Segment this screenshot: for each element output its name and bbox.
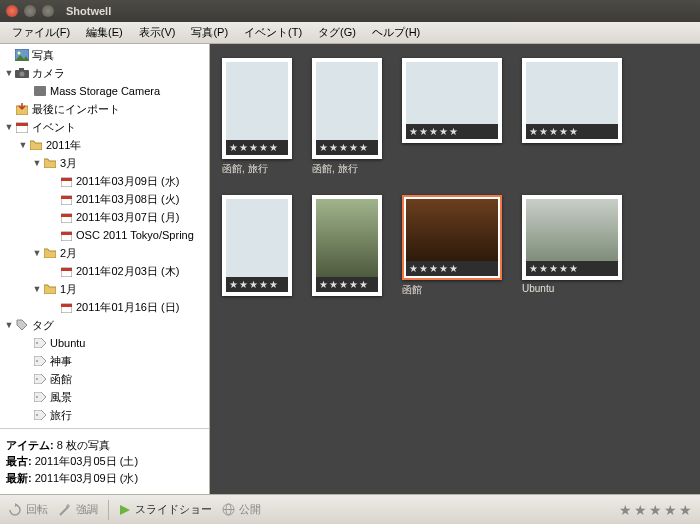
svg-rect-5 (34, 86, 46, 96)
svg-rect-20 (61, 304, 72, 307)
sidebar-item-cameras[interactable]: ▼カメラ (0, 64, 209, 82)
info-newest-value: 2011年03月09日 (水) (35, 472, 138, 484)
sidebar: 写真 ▼カメラ Mass Storage Camera 最後にインポート ▼イベ… (0, 44, 210, 494)
folder-icon (42, 284, 58, 294)
tag-icon (32, 356, 48, 366)
sidebar-item-camera-device[interactable]: Mass Storage Camera (0, 82, 209, 100)
star-icon[interactable]: ★ (634, 502, 647, 518)
menu-help[interactable]: ヘルプ(H) (366, 23, 426, 42)
sidebar-item-tag-travel[interactable]: 旅行 (0, 406, 209, 424)
calendar-icon (58, 230, 74, 241)
storage-icon (32, 86, 48, 96)
sidebar-item-tag-ubuntu[interactable]: Ubuntu (0, 334, 209, 352)
photos-icon (14, 49, 30, 61)
window-title: Shotwell (66, 5, 111, 17)
thumbnail[interactable]: ★★★★★函館, 旅行 (222, 58, 292, 175)
thumbnail[interactable]: ★★★★★ (522, 58, 622, 175)
info-newest-label: 最新: (6, 472, 32, 484)
svg-point-4 (20, 72, 25, 77)
thumbnail-caption (402, 146, 502, 159)
sidebar-item-photos[interactable]: 写真 (0, 46, 209, 64)
info-oldest-value: 2011年03月05日 (土) (35, 455, 138, 467)
menu-event[interactable]: イベント(T) (238, 23, 308, 42)
folder-icon (42, 158, 58, 168)
window-maximize-button[interactable] (42, 5, 54, 17)
window-close-button[interactable] (6, 5, 18, 17)
svg-point-24 (36, 396, 38, 398)
sidebar-item-month-1[interactable]: ▼1月 (0, 280, 209, 298)
svg-point-21 (36, 342, 38, 344)
sidebar-item-last-import[interactable]: 最後にインポート (0, 100, 209, 118)
thumbnail[interactable]: ★★★★★ (312, 195, 382, 312)
sidebar-item-tag-scenery[interactable]: 風景 (0, 388, 209, 406)
calendar-icon (58, 212, 74, 223)
sidebar-item-date-0309[interactable]: 2011年03月09日 (水) (0, 172, 209, 190)
rotate-button[interactable]: 回転 (8, 502, 48, 517)
sidebar-item-date-0203[interactable]: 2011年02月03日 (木) (0, 262, 209, 280)
rating-filter[interactable]: ★★★★★ (619, 502, 692, 518)
info-items-value: 8 枚の写真 (57, 439, 110, 451)
enhance-button[interactable]: 強調 (58, 502, 98, 517)
window-minimize-button[interactable] (24, 5, 36, 17)
menubar: ファイル(F) 編集(E) 表示(V) 写真(P) イベント(T) タグ(G) … (0, 22, 700, 44)
thumbnail-caption: Ubuntu (522, 283, 622, 296)
import-icon (14, 103, 30, 115)
sidebar-item-tag-hakodate[interactable]: 函館 (0, 370, 209, 388)
info-panel: アイテム: 8 枚の写真 最古: 2011年03月05日 (土) 最新: 201… (0, 428, 209, 495)
thumbnail-caption: 函館, 旅行 (312, 162, 382, 175)
sidebar-item-month-3[interactable]: ▼3月 (0, 154, 209, 172)
sidebar-item-tags[interactable]: ▼タグ (0, 316, 209, 334)
svg-point-23 (36, 378, 38, 380)
menu-view[interactable]: 表示(V) (133, 23, 182, 42)
svg-rect-16 (61, 232, 72, 235)
thumbnail[interactable]: ★★★★★ (222, 195, 292, 312)
sidebar-item-event-osc[interactable]: OSC 2011 Tokyo/Spring (0, 226, 209, 244)
sidebar-item-date-0116[interactable]: 2011年01月16日 (日) (0, 298, 209, 316)
calendar-icon (58, 266, 74, 277)
folder-icon (28, 140, 44, 150)
star-icon[interactable]: ★ (649, 502, 662, 518)
star-icon[interactable]: ★ (679, 502, 692, 518)
svg-rect-3 (19, 68, 24, 71)
sidebar-item-date-0307[interactable]: 2011年03月07日 (月) (0, 208, 209, 226)
sidebar-item-date-0308[interactable]: 2011年03月08日 (火) (0, 190, 209, 208)
svg-point-22 (36, 360, 38, 362)
svg-rect-12 (61, 196, 72, 199)
camera-icon (14, 68, 30, 78)
thumbnail-caption (222, 299, 292, 312)
globe-icon (222, 503, 235, 516)
bottom-toolbar: 回転 強調 スライドショー 公開 ★★★★★ (0, 494, 700, 524)
calendar-icon (58, 176, 74, 187)
calendar-icon (58, 194, 74, 205)
titlebar: Shotwell (0, 0, 700, 22)
svg-point-25 (36, 414, 38, 416)
thumbnail-caption (522, 146, 622, 159)
svg-rect-8 (16, 123, 28, 126)
menu-file[interactable]: ファイル(F) (6, 23, 76, 42)
sidebar-item-month-2[interactable]: ▼2月 (0, 244, 209, 262)
slideshow-button[interactable]: スライドショー (119, 502, 212, 517)
thumbnail[interactable]: ★★★★★函館, 旅行 (312, 58, 382, 175)
publish-button[interactable]: 公開 (222, 502, 261, 517)
thumbnail[interactable]: ★★★★★函館 (402, 195, 502, 312)
thumbnail[interactable]: ★★★★★ (402, 58, 502, 175)
svg-point-1 (18, 52, 21, 55)
menu-tag[interactable]: タグ(G) (312, 23, 362, 42)
sidebar-tree: 写真 ▼カメラ Mass Storage Camera 最後にインポート ▼イベ… (0, 44, 209, 428)
star-icon[interactable]: ★ (619, 502, 632, 518)
sidebar-item-tag-shinji[interactable]: 神事 (0, 352, 209, 370)
menu-edit[interactable]: 編集(E) (80, 23, 129, 42)
wand-icon (58, 503, 72, 517)
tag-icon (32, 392, 48, 402)
sidebar-item-events[interactable]: ▼イベント (0, 118, 209, 136)
menu-photo[interactable]: 写真(P) (185, 23, 234, 42)
photo-grid: ★★★★★函館, 旅行 ★★★★★函館, 旅行 ★★★★★ ★★★★★ ★★★★… (210, 44, 700, 494)
thumbnail[interactable]: ★★★★★Ubuntu (522, 195, 622, 312)
svg-rect-14 (61, 214, 72, 217)
rotate-icon (8, 503, 22, 517)
play-icon (119, 504, 131, 516)
star-icon[interactable]: ★ (664, 502, 677, 518)
sidebar-item-year-2011[interactable]: ▼2011年 (0, 136, 209, 154)
thumbnail-caption: 函館, 旅行 (222, 162, 292, 175)
svg-rect-18 (61, 268, 72, 271)
